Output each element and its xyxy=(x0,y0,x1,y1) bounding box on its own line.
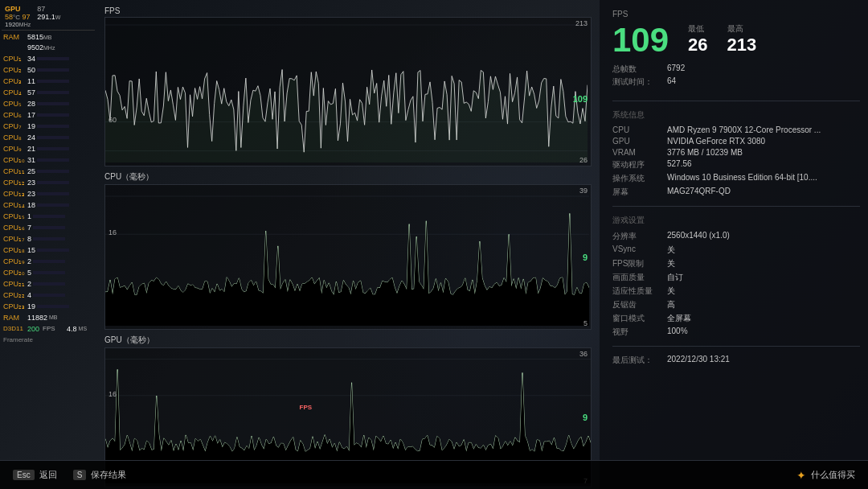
test-time-val: 64 xyxy=(667,76,676,88)
sys-cpu-key: CPU xyxy=(612,125,661,134)
adaptive-row: 适应性质量 关 xyxy=(612,286,860,297)
sys-os-key: 操作系统 xyxy=(612,173,661,184)
cpu-item-row: CPU₆ 17 xyxy=(2,109,95,121)
save-button[interactable]: S 保存结果 xyxy=(73,469,127,481)
gpu-chart-title: GPU（毫秒） xyxy=(104,335,592,346)
sys-vram-row: VRAM 3776 MB / 10239 MB xyxy=(612,148,860,157)
fps-canvas xyxy=(105,18,588,162)
system-info-section: 系统信息 CPU AMD Ryzen 9 7900X 12-Core Proce… xyxy=(612,109,860,198)
mem-clock-row: 9502 MHz xyxy=(2,43,95,53)
cpu-item-row: CPU₁₂ 23 xyxy=(2,177,95,188)
fps-chart-title: FPS xyxy=(104,6,592,15)
fps-minmax: 最低 26 最高 213 xyxy=(688,23,756,55)
adaptive-val: 关 xyxy=(667,286,860,297)
last-test-val: 2022/12/30 13:21 xyxy=(667,355,860,366)
cpu-max-label: 39 xyxy=(579,187,588,195)
cpu-min-label: 5 xyxy=(583,319,588,327)
sys-driver-row: 驱动程序 527.56 xyxy=(612,159,860,171)
sys-driver-key: 驱动程序 xyxy=(612,159,661,171)
fov-row: 视野 100% xyxy=(612,327,860,338)
gpu-max-label: 36 xyxy=(579,350,588,358)
cpu-item-row: CPU₁₅ 1 xyxy=(2,211,95,222)
fps-max-stat: 最高 213 xyxy=(727,23,757,55)
d3d-val2: 4.8 xyxy=(67,323,77,335)
resolution-key: 分辨率 xyxy=(612,231,661,242)
quality-row: 画面质量 自订 xyxy=(612,272,860,283)
right-panel: FPS 109 最低 26 最高 213 总帧数 6792 xyxy=(600,0,868,489)
sys-cpu-row: CPU AMD Ryzen 9 7900X 12-Core Processor … xyxy=(612,125,860,134)
sys-gpu-row: GPU NVIDIA GeForce RTX 3080 xyxy=(612,137,860,146)
cpu-item-row: CPU₈ 24 xyxy=(2,132,95,143)
cpu-item-row: CPU₂ 50 xyxy=(2,64,95,76)
vsync-row: VSync 关 xyxy=(612,244,860,256)
cpu-list: CPU₁ 34 CPU₂ 50 CPU₃ 11 CPU₄ 57 CPU₅ 28 … xyxy=(2,53,95,312)
fps-chart-section: FPS 213 26 109 60 xyxy=(104,6,592,166)
fps-limit-key: FPS限制 xyxy=(612,258,661,269)
cpu-item-row: CPU₃ 11 xyxy=(2,76,95,87)
fps-min-stat-val: 26 xyxy=(688,35,707,55)
test-time-key: 测试时间： xyxy=(612,76,661,88)
watermark-area: ✦ 什么值得买 xyxy=(796,469,855,482)
cpu-item-row: CPU₉ 21 xyxy=(2,143,95,154)
cpu-item-row: CPU₅ 28 xyxy=(2,98,95,109)
fps-current-label: 109 xyxy=(573,94,588,104)
sys-gpu-key: GPU xyxy=(612,137,661,146)
sys-driver-val: 527.56 xyxy=(667,159,860,171)
cpu-chart-section: CPU（毫秒） 39 5 9 16 xyxy=(104,171,592,330)
fps-section-title: FPS xyxy=(612,10,860,18)
fps-details: 总帧数 6792 测试时间： 64 xyxy=(612,64,860,88)
s-key: S xyxy=(73,470,87,480)
fps-mid-label: 60 xyxy=(108,116,117,124)
fps-limit-val: 关 xyxy=(667,258,860,269)
sys-cpu-val: AMD Ryzen 9 7900X 12-Core Processor ... xyxy=(667,125,860,134)
ram-val: 11882 xyxy=(27,312,47,323)
sys-gpu-val: NVIDIA GeForce RTX 3080 xyxy=(667,137,860,146)
cpu-item-row: CPU₁₁ 25 xyxy=(2,166,95,177)
d3d-fps-label: FPS xyxy=(43,323,67,335)
fps-max-label: 213 xyxy=(575,19,588,27)
cpu-item-row: CPU₂₀ 5 xyxy=(2,267,95,278)
cpu-mid-label: 16 xyxy=(108,228,117,236)
framerate-row: Framerate xyxy=(2,335,95,346)
cpu-item-row: CPU₂₁ 2 xyxy=(2,278,95,290)
vsync-val: 关 xyxy=(667,244,860,256)
d3d-label: D3D11 xyxy=(3,323,27,335)
d3d-row: D3D11 200 FPS 4.8 MS xyxy=(2,323,95,335)
vsync-key: VSync xyxy=(612,244,661,256)
sys-vram-key: VRAM xyxy=(612,148,661,157)
total-frames-val: 6792 xyxy=(667,64,685,75)
d3d-val: 200 xyxy=(27,323,39,335)
adaptive-key: 适应性质量 xyxy=(612,286,661,297)
framerate-label: Framerate xyxy=(3,335,33,346)
cpu-item-row: CPU₁₈ 15 xyxy=(2,244,95,256)
cpu-current-label: 9 xyxy=(583,253,588,262)
left-sidebar: GPU 58°C 97 1920MHz 87 291.1W RAM 5815 M… xyxy=(0,0,96,489)
ram-label: RAM xyxy=(3,312,27,323)
divider-2 xyxy=(612,206,860,207)
esc-label: 返回 xyxy=(39,469,57,481)
gpu-clock-val: 1920MHz xyxy=(5,21,31,28)
cpu-item-row: CPU₂₃ 19 xyxy=(2,301,95,312)
fps-min-stat-label: 最低 xyxy=(688,23,707,35)
d3d-unit2: MS xyxy=(79,323,88,335)
fps-main-row: 109 最低 26 最高 213 xyxy=(612,23,860,57)
cpu-chart-title: CPU（毫秒） xyxy=(104,171,592,183)
window-row: 窗口模式 全屏幕 xyxy=(612,313,860,324)
fov-val: 100% xyxy=(667,327,860,338)
gpu-val2: 87 xyxy=(37,5,60,13)
ram-unit: MB xyxy=(49,312,58,323)
mem-unit: MB xyxy=(43,32,52,43)
game-settings-section: 游戏设置 分辨率 2560x1440 (x1.0) VSync 关 FPS限制 … xyxy=(612,215,860,338)
s-label: 保存结果 xyxy=(91,469,126,481)
mem-val: 5815 xyxy=(27,32,43,43)
sys-os-val: Windows 10 Business Edition 64-bit [10..… xyxy=(667,173,860,184)
ram-row: RAM 11882 MB xyxy=(2,312,95,323)
fps-max-stat-val: 213 xyxy=(727,35,757,55)
watermark-icon: ✦ xyxy=(796,469,806,482)
antialiasing-key: 反锯齿 xyxy=(612,299,661,310)
antialiasing-row: 反锯齿 高 xyxy=(612,299,860,310)
cpu-item-row: CPU₁₇ 8 xyxy=(2,233,95,244)
sys-vram-val: 3776 MB / 10239 MB xyxy=(667,148,860,157)
gpu-header-label: GPU xyxy=(5,5,31,13)
esc-button[interactable]: Esc 返回 xyxy=(13,469,57,481)
